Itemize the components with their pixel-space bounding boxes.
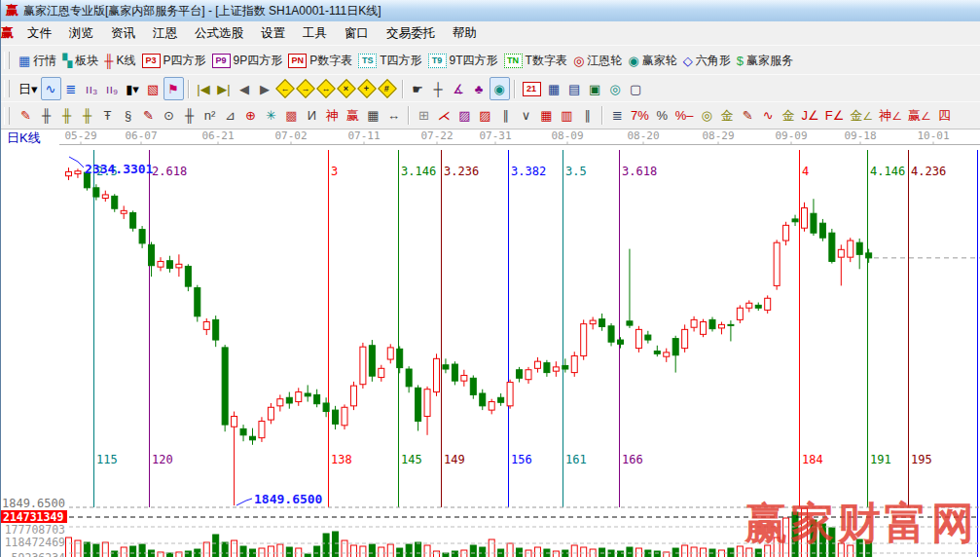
toolbar-draw-shen-tool[interactable]: 神 <box>322 104 343 128</box>
toolbar-draw-price-grid[interactable]: ▥ <box>557 104 577 128</box>
toolbar-tools-diamond-h[interactable]: ↔ <box>316 77 337 100</box>
menu-item-7[interactable]: 窗口 <box>336 22 378 45</box>
toolbar-draw-v-lines[interactable]: ∨ <box>516 104 536 128</box>
toolbar-draw-gann-ruler[interactable]: ╫ <box>36 104 56 128</box>
toolbar-draw-spiral[interactable]: § <box>118 104 138 128</box>
toolbar-draw-gold-line-2[interactable]: 金 <box>779 104 799 128</box>
menu-item-4[interactable]: 公式选股 <box>186 22 252 45</box>
toolbar-tools-period-day[interactable]: 日▾ <box>16 77 41 100</box>
toolbar-main-gripper[interactable] <box>4 52 10 69</box>
toolbar-draw-f-ruler[interactable]: Ŧ <box>97 104 118 128</box>
toolbar-draw-wave-marks[interactable]: И <box>302 104 322 128</box>
toolbar-tools-calendar[interactable]: 21 <box>520 77 544 100</box>
toolbar-draw-si-square[interactable]: 四 <box>934 104 955 128</box>
menu-item-6[interactable]: 工具 <box>294 22 336 45</box>
toolbar-tools-bars-3[interactable]: ıı₃ <box>82 77 102 100</box>
toolbar-main-sectors[interactable]: ▚板块 <box>59 49 101 72</box>
toolbar-draw-pen[interactable]: ✎ <box>16 104 36 128</box>
toolbar-tools-gripper[interactable] <box>4 80 10 97</box>
toolbar-tools-period-candle[interactable]: ▮▾ <box>123 77 143 100</box>
toolbar-draw-parallel[interactable]: ∥ <box>495 104 516 128</box>
toolbar-draw-gold-angle[interactable]: 金∠ <box>847 104 876 128</box>
toolbar-draw-ying-angle[interactable]: 赢∠ <box>905 104 934 128</box>
toolbar-tools-nav-last[interactable]: ▶| <box>214 77 235 100</box>
toolbar-draw-fan[interactable]: ⋌ <box>434 104 454 128</box>
toolbar-draw-n-square[interactable]: n² <box>200 104 220 128</box>
menu-item-5[interactable]: 设置 <box>252 22 294 45</box>
toolbar-draw-flag-pen[interactable]: ✎ <box>738 104 758 128</box>
svg-text:10-01: 10-01 <box>917 130 949 142</box>
toolbar-main-winner-service[interactable]: $赢家服务 <box>734 49 796 72</box>
toolbar-tools-nav-first[interactable]: |◀ <box>194 77 214 100</box>
toolbar-draw-grid-123[interactable]: ▦ <box>363 104 383 128</box>
menu-item-8[interactable]: 交易委托 <box>378 22 444 45</box>
toolbar-draw-width-arrow[interactable]: ↔ <box>383 104 404 128</box>
toolbar-draw-frame[interactable]: ⊞ <box>414 104 434 128</box>
toolbar-draw-gripper[interactable] <box>4 107 10 125</box>
toolbar-tools-diamond-left[interactable]: ← <box>275 77 296 100</box>
toolbar-draw-f-angle[interactable]: F∠ <box>822 104 848 128</box>
toolbar-main-9t-square[interactable]: T99T四方形 <box>425 49 501 72</box>
toolbar-draw-shen-angle[interactable]: 神∠ <box>876 104 905 128</box>
toolbar-tools-web[interactable]: ◎ <box>605 77 626 100</box>
toolbar-tools-calculator[interactable]: ▦ <box>544 77 564 100</box>
toolbar-tools-nav-prev[interactable]: ◀ <box>235 77 255 100</box>
toolbar-draw-percent[interactable]: % <box>652 104 672 128</box>
toolbar-draw-j-angle[interactable]: J∠ <box>799 104 822 128</box>
toolbar-tools-angle-measure[interactable]: ∡ <box>449 77 469 100</box>
toolbar-tools-nav-next[interactable]: ▶ <box>255 77 275 100</box>
toolbar-draw-percent-line[interactable]: %– <box>672 104 697 128</box>
toolbar-tools-pattern-marks[interactable]: ▧ <box>143 77 163 100</box>
toolbar-tools-diamond-x[interactable]: × <box>337 77 357 100</box>
toolbar-tools-zigzag-stats[interactable]: ∿ <box>41 77 61 100</box>
toolbar-tools-hand-tool[interactable]: ☛ <box>408 77 428 100</box>
toolbar-main-kline[interactable]: ╫K线 <box>101 49 138 72</box>
toolbar-draw-stats-bars[interactable]: ≣ <box>607 104 628 128</box>
toolbar-tools-notebook[interactable]: ▤ <box>564 77 585 100</box>
toolbar-draw-angle-tool[interactable]: ⊿ <box>220 104 240 128</box>
toolbar-main-p-square[interactable]: P3P四方形 <box>139 49 209 72</box>
toolbar-draw-percent-7[interactable]: 7% <box>628 104 652 128</box>
toolbar-tools-diamond-grid[interactable]: # <box>378 77 398 100</box>
toolbar-draw-grid-box[interactable]: ▩ <box>281 104 302 128</box>
toolbar-tools-save[interactable]: ▣ <box>585 77 605 100</box>
toolbar-tools-crosshair[interactable]: ┼ <box>428 77 449 100</box>
toolbar-main-winner-wheel[interactable]: ◉赢家轮 <box>625 49 679 72</box>
toolbar-draw-target[interactable]: ⊕ <box>240 104 261 128</box>
toolbar-main-t-square[interactable]: TST四方形 <box>355 49 424 72</box>
toolbar-draw-gold-ruler-2[interactable]: ╫ <box>77 104 97 128</box>
toolbar-tools-draw-flag[interactable]: ⚑ <box>163 77 184 100</box>
toolbar-draw-fan-purple[interactable]: ▨ <box>454 104 475 128</box>
toolbar-draw-gold-circle[interactable]: ◎ <box>697 104 717 128</box>
toolbar-draw-marker-pen[interactable]: ✎ <box>138 104 159 128</box>
toolbar-draw-star[interactable]: ✳ <box>261 104 281 128</box>
toolbar-main-9p-square[interactable]: P99P四方形 <box>209 49 286 72</box>
toolbar-main-hexagon[interactable]: ◇六角形 <box>680 49 734 72</box>
toolbar-draw-cycle-ruler[interactable]: ╫ <box>179 104 200 128</box>
menu-item-3[interactable]: 江恩 <box>144 22 186 45</box>
toolbar-draw-parallel-2[interactable]: ∥ <box>577 104 598 128</box>
menu-item-0[interactable]: 文件 <box>18 22 60 45</box>
toolbar-draw-fan-red[interactable]: ▨ <box>475 104 495 128</box>
toolbar-main-p-number-table[interactable]: PNP数字表 <box>285 49 355 72</box>
toolbar-draw-grid-red[interactable]: ▦ <box>536 104 557 128</box>
sectors-label: 板块 <box>75 53 98 69</box>
toolbar-tools-brain-tool[interactable]: ◉ <box>490 77 510 100</box>
toolbar-draw-wave[interactable]: ∿ <box>758 104 779 128</box>
toolbar-draw-time-clock[interactable]: ⊙ <box>159 104 179 128</box>
menu-item-1[interactable]: 浏览 <box>60 22 102 45</box>
toolbar-tools-diamond-plus[interactable]: + <box>357 77 378 100</box>
menu-item-9[interactable]: 帮助 <box>444 22 486 45</box>
toolbar-main-quotes[interactable]: ▦行情 <box>16 49 59 72</box>
toolbar-tools-workstation[interactable]: ▢ <box>626 77 646 100</box>
toolbar-tools-bars-9[interactable]: ıı₉ <box>102 77 123 100</box>
toolbar-tools-info-note[interactable]: ≣ <box>61 77 82 100</box>
toolbar-main-t-number-table[interactable]: TNT数字表 <box>501 49 570 72</box>
toolbar-tools-diamond-right[interactable]: → <box>296 77 316 100</box>
toolbar-tools-tree-tool[interactable]: ♣ <box>469 77 490 100</box>
menu-item-2[interactable]: 资讯 <box>102 22 144 45</box>
toolbar-main-gann-wheel[interactable]: ◎江恩轮 <box>570 49 625 72</box>
toolbar-draw-gold-ruler-1[interactable]: ╫ <box>56 104 77 128</box>
toolbar-draw-ying-tool[interactable]: 赢 <box>343 104 363 128</box>
toolbar-draw-gold-line[interactable]: 金 <box>717 104 738 128</box>
